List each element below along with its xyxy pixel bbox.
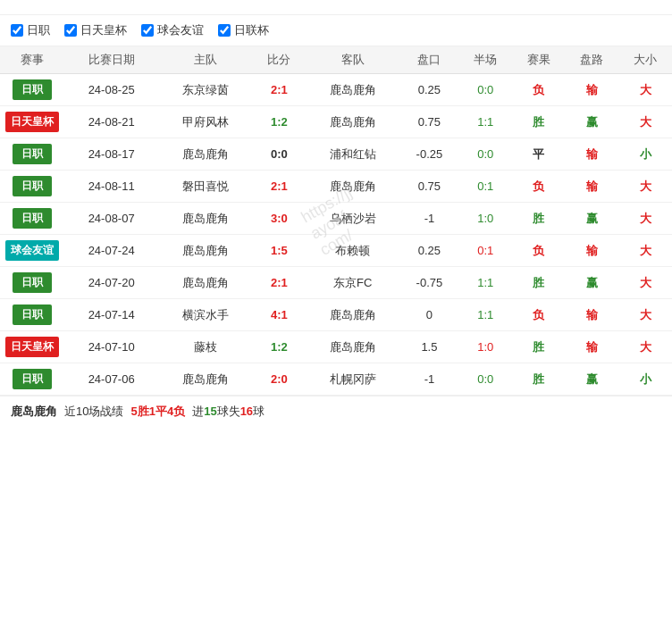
- cell-handicap: -0.75: [399, 267, 458, 299]
- cell-type: 日职: [0, 363, 64, 396]
- table-row: 日职 24-08-25 东京绿茵 2:1 鹿岛鹿角 0.25 0:0 负 输 大: [0, 74, 672, 106]
- cell-type: 日职: [0, 138, 64, 171]
- cell-date: 24-07-24: [64, 235, 158, 267]
- cell-home: 鹿岛鹿角: [158, 267, 252, 299]
- cell-date: 24-07-06: [64, 363, 158, 396]
- cell-away: 札幌冈萨: [306, 363, 399, 396]
- cell-handicap: 1.5: [399, 331, 458, 363]
- cell-result: 胜: [512, 331, 566, 363]
- cell-size: 小: [618, 138, 672, 171]
- table-row: 日职 24-07-14 横滨水手 4:1 鹿岛鹿角 0 1:1 负 输 大: [0, 299, 672, 331]
- cell-road: 赢: [566, 203, 619, 235]
- cell-result: 负: [512, 235, 566, 267]
- filter-rlb[interactable]: 日联杯: [218, 22, 269, 38]
- col-type: 赛事: [0, 46, 64, 74]
- cell-away: 乌栖沙岩: [306, 203, 399, 235]
- cell-type: 日职: [0, 299, 64, 331]
- cell-result: 胜: [512, 267, 566, 299]
- cell-home: 藤枝: [158, 331, 252, 363]
- cell-away: 东京FC: [306, 267, 399, 299]
- cell-handicap: 0.25: [399, 74, 458, 106]
- cell-away: 鹿岛鹿角: [306, 299, 399, 331]
- cell-away: 鹿岛鹿角: [306, 74, 399, 106]
- cell-size: 大: [618, 235, 672, 267]
- cell-half: 0:1: [458, 171, 512, 203]
- cell-size: 大: [618, 299, 672, 331]
- cell-type: 日职: [0, 267, 64, 299]
- cell-away: 布赖顿: [306, 235, 399, 267]
- cell-road: 输: [566, 235, 619, 267]
- cell-handicap: 0.25: [399, 235, 458, 267]
- table-row: 日职 24-07-20 鹿岛鹿角 2:1 东京FC -0.75 1:1 胜 赢 …: [0, 267, 672, 299]
- col-score: 比分: [253, 46, 307, 74]
- cell-date: 24-08-17: [64, 138, 158, 171]
- cell-handicap: -1: [399, 203, 458, 235]
- cell-score: 1:5: [253, 235, 307, 267]
- cell-date: 24-07-20: [64, 267, 158, 299]
- filters: 日职 日天皇杯 球会友谊 日联杯: [0, 15, 672, 46]
- table-row: 日职 24-08-11 磐田喜悦 2:1 鹿岛鹿角 0.75 0:1 负 输 大: [0, 171, 672, 203]
- footer-goals: 进15球失16球: [192, 404, 265, 420]
- cell-date: 24-08-07: [64, 203, 158, 235]
- col-date: 比赛日期: [64, 46, 158, 74]
- cell-score: 1:2: [253, 331, 307, 363]
- cell-type: 日职: [0, 74, 64, 106]
- cell-score: 1:2: [253, 106, 307, 138]
- cell-result: 平: [512, 138, 566, 171]
- cell-result: 胜: [512, 363, 566, 396]
- cell-half: 1:0: [458, 203, 512, 235]
- cell-away: 浦和红钻: [306, 138, 399, 171]
- footer-label: 近10场战绩: [64, 404, 123, 420]
- cell-type: 日天皇杯: [0, 106, 64, 138]
- col-handicap: 盘口: [399, 46, 458, 74]
- filter-rthj[interactable]: 日天皇杯: [64, 22, 127, 38]
- table-row: 日天皇杯 24-08-21 甲府风林 1:2 鹿岛鹿角 0.75 1:1 胜 赢…: [0, 106, 672, 138]
- cell-home: 东京绿茵: [158, 74, 252, 106]
- cell-road: 赢: [566, 363, 619, 396]
- cell-half: 1:0: [458, 331, 512, 363]
- cell-score: 2:1: [253, 171, 307, 203]
- cell-road: 输: [566, 171, 619, 203]
- table-container: https://jjayoafcom/ 赛事 比赛日期 主队 比分 客队 盘口 …: [0, 46, 672, 396]
- cell-half: 1:1: [458, 106, 512, 138]
- cell-half: 0:1: [458, 235, 512, 267]
- header: [0, 0, 672, 15]
- col-home: 主队: [158, 46, 252, 74]
- cell-size: 大: [618, 106, 672, 138]
- cell-date: 24-07-10: [64, 331, 158, 363]
- cell-result: 胜: [512, 203, 566, 235]
- cell-type: 日职: [0, 203, 64, 235]
- cell-road: 赢: [566, 106, 619, 138]
- footer-team: 鹿岛鹿角: [11, 404, 57, 420]
- cell-score: 4:1: [253, 299, 307, 331]
- cell-half: 0:0: [458, 138, 512, 171]
- cell-handicap: -0.25: [399, 138, 458, 171]
- filter-rz[interactable]: 日职: [11, 22, 50, 38]
- cell-away: 鹿岛鹿角: [306, 171, 399, 203]
- cell-home: 横滨水手: [158, 299, 252, 331]
- cell-handicap: 0.75: [399, 171, 458, 203]
- table-row: 球会友谊 24-07-24 鹿岛鹿角 1:5 布赖顿 0.25 0:1 负 输 …: [0, 235, 672, 267]
- col-size: 大小: [618, 46, 672, 74]
- cell-size: 大: [618, 171, 672, 203]
- filter-qhyy[interactable]: 球会友谊: [141, 22, 204, 38]
- cell-road: 输: [566, 74, 619, 106]
- cell-result: 负: [512, 299, 566, 331]
- cell-result: 负: [512, 74, 566, 106]
- cell-home: 鹿岛鹿角: [158, 138, 252, 171]
- matches-table: 赛事 比赛日期 主队 比分 客队 盘口 半场 赛果 盘路 大小 日职 24-08…: [0, 46, 672, 396]
- cell-size: 大: [618, 203, 672, 235]
- table-header: 赛事 比赛日期 主队 比分 客队 盘口 半场 赛果 盘路 大小: [0, 46, 672, 74]
- cell-road: 输: [566, 299, 619, 331]
- cell-away: 鹿岛鹿角: [306, 106, 399, 138]
- cell-half: 0:0: [458, 363, 512, 396]
- cell-type: 球会友谊: [0, 235, 64, 267]
- cell-home: 甲府风林: [158, 106, 252, 138]
- cell-road: 输: [566, 138, 619, 171]
- cell-type: 日职: [0, 171, 64, 203]
- cell-road: 输: [566, 331, 619, 363]
- cell-home: 鹿岛鹿角: [158, 203, 252, 235]
- col-away: 客队: [306, 46, 399, 74]
- cell-score: 2:1: [253, 74, 307, 106]
- table-row: 日职 24-08-07 鹿岛鹿角 3:0 乌栖沙岩 -1 1:0 胜 赢 大: [0, 203, 672, 235]
